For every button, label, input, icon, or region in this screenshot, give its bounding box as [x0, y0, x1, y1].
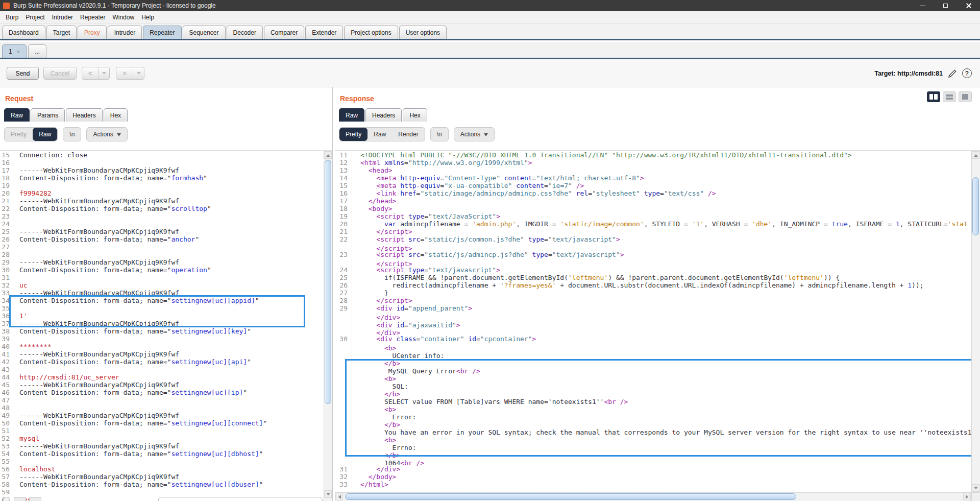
code-segment [360, 212, 376, 220]
code-segment: Content-Disposition: form-data; name=" [19, 266, 171, 274]
layout-columns-button[interactable] [927, 91, 940, 102]
line-number [335, 419, 352, 427]
line-number [335, 343, 352, 350]
request-tab-raw[interactable]: Raw [4, 108, 30, 122]
code-line: 17------WebKitFormBoundaryaCMpKCpjiq9K9f… [0, 166, 324, 174]
search-options-button[interactable] [3, 497, 10, 501]
response-view-n[interactable]: \n [431, 128, 448, 141]
request-tab-hex[interactable]: Hex [104, 108, 128, 122]
view-button-group: Actions [86, 127, 127, 141]
search-prev-button[interactable] [14, 497, 26, 501]
back-dropdown[interactable] [99, 70, 109, 77]
scroll-left-button[interactable] [335, 493, 343, 500]
code-segment: <br /> [456, 367, 480, 375]
line-number: 22 [335, 235, 352, 243]
code-segment: admincpfilename = [396, 220, 472, 228]
scroll-up-button[interactable] [972, 151, 979, 159]
tab-sequencer[interactable]: Sequencer [183, 26, 226, 39]
menu-burp[interactable]: Burp [2, 12, 22, 23]
tab-proxy[interactable]: Proxy [78, 26, 107, 39]
response-vertical-scrollbar[interactable] [971, 151, 980, 492]
line-number: 52 [0, 435, 13, 442]
request-view-actions[interactable]: Actions [87, 128, 127, 141]
line-number [335, 404, 352, 412]
request-view-pretty[interactable]: Pretty [5, 128, 33, 141]
code-line: 44http://cmsdi:81/uc_server [0, 373, 324, 381]
menu-window[interactable]: Window [109, 12, 138, 23]
code-segment: redirect(admincpfilename + [360, 281, 500, 289]
request-editor[interactable]: 15Connection: close1617------WebKitFormB… [0, 150, 332, 501]
tab-target[interactable]: Target [46, 26, 77, 39]
scroll-up-button[interactable] [324, 151, 332, 159]
response-tab-raw[interactable]: Raw [339, 108, 364, 122]
response-view-render[interactable]: Render [392, 128, 424, 141]
code-segment: "text/javascript" [428, 266, 496, 274]
request-view-n[interactable]: \n [63, 128, 81, 141]
tab-user-options[interactable]: User options [399, 26, 447, 39]
code-segment: "container" [420, 335, 464, 343]
tab-project-options[interactable]: Project options [344, 26, 398, 39]
tab-decoder[interactable]: Decoder [227, 26, 263, 39]
code-segment [360, 266, 376, 274]
request-title: Request [5, 94, 33, 103]
request-tab-headers[interactable]: Headers [66, 108, 102, 122]
send-button[interactable]: Send [7, 67, 39, 80]
request-view-raw[interactable]: Raw [33, 128, 57, 141]
forward-dropdown[interactable] [133, 70, 144, 77]
menu-help[interactable]: Help [138, 12, 158, 23]
request-tab-params[interactable]: Params [31, 108, 65, 122]
menu-project[interactable]: Project [22, 12, 48, 23]
tab-repeater[interactable]: Repeater [143, 26, 181, 39]
code-segment: ------WebKitFormBoundaryaCMpKCpjiq9K9fwf [19, 473, 179, 481]
code-segment [360, 228, 376, 235]
code-segment: Content-Disposition: form-data; name=" [19, 481, 171, 488]
code-segment [360, 205, 369, 212]
response-tab-headers[interactable]: Headers [365, 108, 402, 122]
forward-button[interactable]: > [116, 67, 144, 80]
code-segment [360, 235, 376, 243]
layout-rows-button[interactable] [943, 91, 956, 102]
code-segment: , IN_ADMINCP = [772, 220, 831, 228]
search-input[interactable] [158, 497, 323, 501]
scroll-right-button[interactable] [963, 493, 971, 500]
tab-dashboard[interactable]: Dashboard [2, 26, 45, 39]
code-line: 361' [0, 312, 324, 320]
help-icon[interactable]: ? [962, 68, 972, 78]
scroll-down-button[interactable] [972, 484, 979, 492]
response-horizontal-scrollbar[interactable] [335, 492, 971, 501]
search-next-button[interactable] [29, 497, 41, 501]
repeater-tab-1[interactable]: 1× [2, 44, 27, 58]
scrollbar-thumb[interactable] [325, 160, 331, 404]
line-number: 32 [0, 281, 13, 289]
repeater-tab-[interactable]: ... [28, 44, 46, 58]
back-button[interactable]: < [82, 67, 110, 80]
pencil-icon[interactable] [947, 68, 958, 79]
response-view-pretty[interactable]: Pretty [339, 128, 368, 141]
tab-extender[interactable]: Extender [305, 26, 343, 39]
layout-single-button[interactable] [959, 91, 972, 102]
minimize-button[interactable] [911, 0, 934, 11]
response-view-actions[interactable]: Actions [454, 128, 494, 141]
tab-comparer[interactable]: Comparer [264, 26, 304, 39]
response-view-raw[interactable]: Raw [368, 128, 392, 141]
close-button[interactable] [957, 0, 980, 11]
maximize-button[interactable] [934, 0, 957, 11]
scrollbar-thumb[interactable] [345, 493, 796, 500]
response-tab-hex[interactable]: Hex [403, 108, 427, 122]
scrollbar-thumb[interactable] [972, 177, 979, 235]
line-number: 24 [335, 266, 352, 274]
code-segment: src [408, 251, 420, 258]
cancel-button[interactable]: Cancel [43, 67, 77, 80]
code-segment: ------WebKitFormBoundaryaCMpKCpjiq9K9fwf [19, 289, 179, 297]
scroll-down-button[interactable] [324, 490, 332, 498]
request-vertical-scrollbar[interactable] [324, 151, 332, 501]
response-editor[interactable]: 11<!DOCTYPE html PUBLIC "-//W3C//DTD XHT… [335, 150, 980, 501]
repeater-tab-bar: 1×... [0, 42, 980, 59]
tab-intruder[interactable]: Intruder [108, 26, 142, 39]
line-number: 18 [335, 205, 352, 212]
menu-intruder[interactable]: Intruder [48, 12, 77, 23]
code-segment: "http://www.w3.org/1999/xhtml" [408, 159, 528, 166]
line-number: 32 [335, 473, 352, 481]
menu-repeater[interactable]: Repeater [77, 12, 109, 23]
close-tab-icon[interactable]: × [17, 49, 20, 55]
